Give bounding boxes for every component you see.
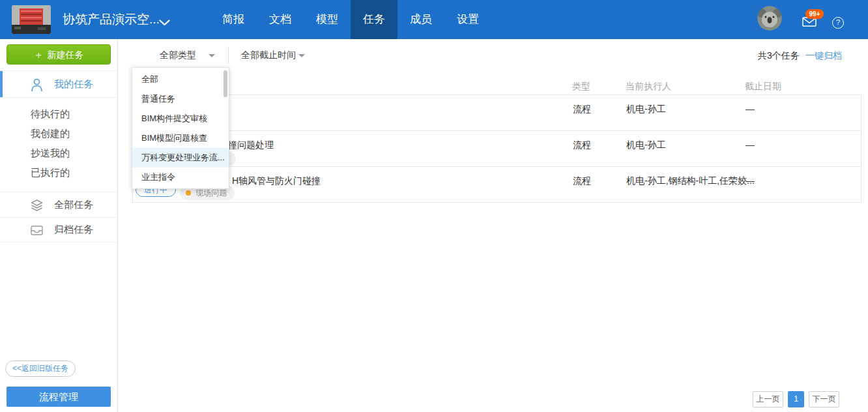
help-icon[interactable]: ? bbox=[832, 17, 844, 29]
app-window: 协筑产品演示空... 简报 文档 模型 任务 成员 设置 bbox=[0, 0, 868, 412]
sidebar-subitem-created-by-me[interactable]: 我创建的 bbox=[31, 128, 109, 140]
layers-icon bbox=[31, 199, 43, 214]
task-title: 撞问题处理 bbox=[228, 140, 274, 151]
nav-tab-models[interactable]: 模型 bbox=[304, 0, 351, 39]
prev-page-button[interactable]: 上一页 bbox=[753, 391, 783, 407]
task-deadline: — bbox=[745, 175, 755, 186]
table-row[interactable]: 撞问题处理 流程 机电-孙工 — bbox=[133, 130, 861, 166]
column-header-executor: 当前执行人 bbox=[626, 81, 671, 93]
orange-dot-icon bbox=[186, 190, 191, 196]
sidebar: ＋新建任务 我的任务 待执行的 我创建的 抄送我的 已执行的 全部任务 归档任务… bbox=[0, 39, 118, 412]
sidebar-subitem-cc-to-me[interactable]: 抄送我的 bbox=[31, 147, 109, 160]
filter-divider bbox=[228, 46, 229, 65]
sidebar-subitem-pending[interactable]: 待执行的 bbox=[31, 108, 109, 121]
caret-down-icon[interactable] bbox=[298, 54, 305, 57]
dropdown-option-owner-instruction[interactable]: 业主指令 bbox=[132, 168, 229, 187]
archive-box-icon bbox=[31, 226, 43, 238]
nav-tab-settings[interactable]: 设置 bbox=[444, 0, 491, 39]
task-deadline: — bbox=[745, 104, 755, 114]
task-deadline: — bbox=[745, 140, 755, 150]
task-executor: 机电-孙工 bbox=[626, 140, 666, 151]
task-executor: 机电-孙工,钢结构-叶工,任荣姣... bbox=[626, 175, 755, 187]
dropdown-scrollbar-thumb[interactable] bbox=[224, 70, 227, 97]
avatar-image bbox=[757, 6, 782, 31]
column-header-deadline: 截止日期 bbox=[745, 81, 781, 93]
next-page-button[interactable]: 下一页 bbox=[809, 391, 839, 407]
plus-icon: ＋ bbox=[34, 49, 44, 60]
caret-down-icon[interactable] bbox=[209, 54, 215, 57]
new-task-button[interactable]: ＋新建任务 bbox=[7, 44, 111, 65]
nav-tab-briefing[interactable]: 简报 bbox=[210, 0, 257, 39]
current-page-button[interactable]: 1 bbox=[788, 391, 804, 407]
sidebar-item-label: 全部任务 bbox=[54, 199, 93, 211]
nav-tab-members[interactable]: 成员 bbox=[398, 0, 444, 39]
task-type: 流程 bbox=[573, 104, 591, 115]
one-click-archive-link[interactable]: 一键归档 bbox=[805, 50, 842, 62]
task-executor: 机电-孙工 bbox=[626, 104, 666, 115]
sidebar-subitem-executed[interactable]: 已执行的 bbox=[31, 167, 109, 179]
nav-tab-documents[interactable]: 文档 bbox=[257, 0, 304, 39]
back-to-old-version-button[interactable]: <<返回旧版任务 bbox=[5, 360, 76, 377]
type-filter-dropdown-menu: 全部 普通任务 BIM构件提交审核 BIM模型问题核查 万科变更处理业务流...… bbox=[132, 67, 229, 189]
task-count-label: 共3个任务 bbox=[758, 50, 800, 62]
sidebar-item-my-tasks[interactable]: 我的任务 bbox=[0, 70, 118, 98]
sidebar-item-label: 归档任务 bbox=[54, 224, 93, 236]
workspace-logo[interactable] bbox=[12, 5, 51, 34]
main-nav: 简报 文档 模型 任务 成员 设置 bbox=[210, 0, 491, 39]
table-row[interactable]: 流程 机电-孙工 — bbox=[133, 95, 861, 130]
top-bar: 协筑产品演示空... 简报 文档 模型 任务 成员 设置 bbox=[0, 0, 868, 39]
task-list: 流程 机电-孙工 — 撞问题处理 流程 机电-孙工 — H轴风管与防火门碰撞 进… bbox=[132, 95, 861, 203]
sidebar-item-all-tasks[interactable]: 全部任务 bbox=[0, 192, 118, 217]
process-management-button[interactable]: 流程管理 bbox=[7, 387, 111, 407]
deadline-filter-dropdown-trigger[interactable]: 全部截止时间 bbox=[241, 50, 296, 61]
new-task-label: 新建任务 bbox=[48, 50, 84, 60]
building-thumbnail-icon bbox=[12, 5, 51, 34]
dropdown-option-vanke-change-flow[interactable]: 万科变更处理业务流... bbox=[132, 148, 229, 168]
dropdown-option-normal-task[interactable]: 普通任务 bbox=[132, 89, 229, 109]
sidebar-item-label: 我的任务 bbox=[54, 78, 93, 91]
type-filter-dropdown-trigger[interactable]: 全部类型 bbox=[160, 50, 196, 61]
category-tag-label: 现场问题 bbox=[195, 188, 227, 198]
dropdown-option-bim-model-check[interactable]: BIM模型问题核查 bbox=[132, 128, 229, 148]
nav-tab-tasks[interactable]: 任务 bbox=[351, 0, 398, 39]
dropdown-option-all[interactable]: 全部 bbox=[132, 70, 229, 89]
table-row[interactable]: H轴风管与防火门碰撞 进行中 现场问题 流程 机电-孙工,钢结构-叶工,任荣姣.… bbox=[133, 166, 861, 202]
notification-count-badge: 99+ bbox=[805, 9, 824, 19]
task-type: 流程 bbox=[573, 175, 591, 187]
workspace-title[interactable]: 协筑产品演示空... bbox=[63, 0, 160, 39]
task-type: 流程 bbox=[573, 140, 591, 151]
workspace-chevron-down-icon[interactable] bbox=[159, 17, 170, 29]
active-indicator-bar bbox=[0, 71, 3, 97]
user-avatar[interactable] bbox=[757, 6, 782, 31]
sidebar-item-archive-tasks[interactable]: 归档任务 bbox=[0, 217, 118, 243]
column-header-type: 类型 bbox=[572, 81, 590, 93]
person-icon bbox=[31, 78, 43, 95]
task-title: H轴风管与防火门碰撞 bbox=[232, 175, 321, 187]
dropdown-option-bim-component-review[interactable]: BIM构件提交审核 bbox=[132, 109, 229, 128]
